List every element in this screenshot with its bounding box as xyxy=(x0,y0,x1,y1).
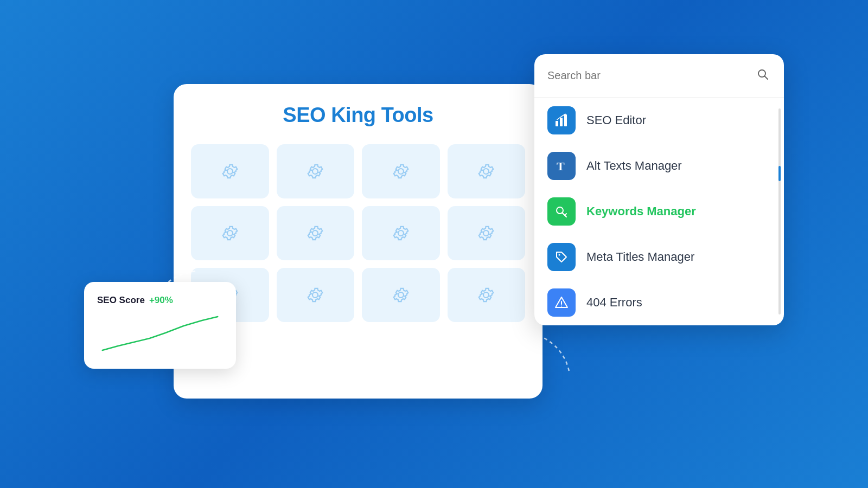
tool-cell-6[interactable] xyxy=(277,206,355,260)
gear-icon-8 xyxy=(476,223,496,243)
gear-icon-1 xyxy=(220,162,240,181)
key-icon xyxy=(554,204,569,219)
alt-texts-icon: T xyxy=(547,152,576,180)
scrollbar[interactable] xyxy=(778,108,781,314)
menu-list: SEO Editor T Alt Texts Manager Keywords … xyxy=(534,98,784,325)
search-input[interactable] xyxy=(547,69,755,82)
svg-rect-2 xyxy=(556,121,558,126)
alt-texts-label: Alt Texts Manager xyxy=(586,159,682,173)
404-errors-icon xyxy=(547,288,576,317)
svg-rect-3 xyxy=(560,118,563,126)
gear-icon-7 xyxy=(391,223,411,243)
search-dropdown-card: SEO Editor T Alt Texts Manager Keywords … xyxy=(534,54,784,325)
meta-titles-icon xyxy=(547,243,576,271)
menu-item-alt-texts[interactable]: T Alt Texts Manager xyxy=(534,143,784,189)
search-bar-wrapper xyxy=(534,54,784,98)
seo-score-value: +90% xyxy=(149,295,173,306)
menu-item-404-errors[interactable]: 404 Errors xyxy=(534,280,784,325)
seo-editor-icon xyxy=(547,106,576,134)
tool-cell-12[interactable] xyxy=(448,268,526,322)
tool-cell-1[interactable] xyxy=(191,144,269,198)
gear-icon-4 xyxy=(476,162,496,181)
gear-icon-5 xyxy=(220,223,240,243)
search-button[interactable] xyxy=(755,66,771,85)
tool-cell-3[interactable] xyxy=(362,144,440,198)
keywords-icon xyxy=(547,197,576,226)
tool-cell-7[interactable] xyxy=(362,206,440,260)
menu-item-meta-titles[interactable]: Meta Titles Manager xyxy=(534,234,784,280)
tool-cell-2[interactable] xyxy=(277,144,355,198)
scrollbar-thumb[interactable] xyxy=(778,166,781,181)
tool-cell-11[interactable] xyxy=(362,268,440,322)
menu-item-keywords[interactable]: Keywords Manager xyxy=(534,189,784,234)
seo-score-chart xyxy=(97,312,223,356)
tools-grid xyxy=(191,144,525,322)
gear-icon-6 xyxy=(305,223,325,243)
gear-icon-3 xyxy=(391,162,411,181)
text-icon: T xyxy=(554,159,569,173)
meta-titles-label: Meta Titles Manager xyxy=(586,250,694,264)
keywords-label: Keywords Manager xyxy=(586,204,696,219)
svg-point-9 xyxy=(559,254,560,256)
svg-point-11 xyxy=(561,306,562,307)
tool-cell-8[interactable] xyxy=(448,206,526,260)
svg-line-8 xyxy=(565,214,566,215)
seo-score-header: SEO Score +90% xyxy=(97,295,223,306)
gear-icon-10 xyxy=(305,285,325,305)
gear-icon-2 xyxy=(305,162,325,181)
404-errors-label: 404 Errors xyxy=(586,296,642,310)
gear-icon-11 xyxy=(391,285,411,305)
tool-cell-4[interactable] xyxy=(448,144,526,198)
svg-text:T: T xyxy=(557,159,565,173)
search-icon xyxy=(757,68,769,80)
svg-rect-4 xyxy=(564,114,567,126)
seo-editor-label: SEO Editor xyxy=(586,113,646,127)
seo-score-card: SEO Score +90% xyxy=(84,282,236,369)
menu-item-seo-editor[interactable]: SEO Editor xyxy=(534,98,784,143)
seo-score-label: SEO Score xyxy=(97,295,145,306)
warning-icon xyxy=(554,296,569,310)
tool-cell-10[interactable] xyxy=(277,268,355,322)
gear-icon-12 xyxy=(476,285,496,305)
chart-icon xyxy=(554,113,569,127)
svg-line-1 xyxy=(765,76,768,80)
tool-cell-5[interactable] xyxy=(191,206,269,260)
seo-tools-title: SEO King Tools xyxy=(191,104,525,127)
tag-icon xyxy=(554,250,569,264)
